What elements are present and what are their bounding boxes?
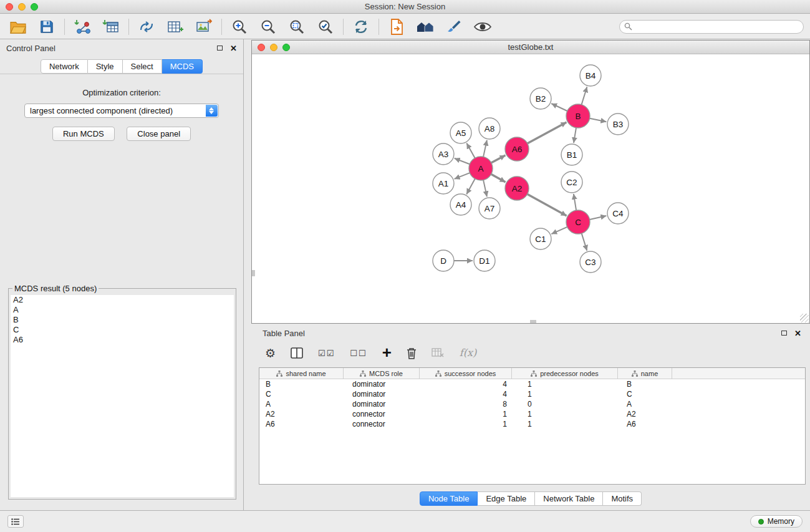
table-row[interactable]: Adominator80A [259, 399, 805, 409]
column-header-successor-nodes[interactable]: successor nodes [420, 368, 512, 379]
node-table[interactable]: shared nameMCDS rolesuccessor nodesprede… [259, 367, 806, 485]
table-cell[interactable]: A2 [618, 410, 672, 418]
edge-C-C2[interactable] [574, 194, 576, 210]
node-A2[interactable]: A2 [505, 177, 529, 200]
memory-button[interactable]: Memory [750, 515, 803, 528]
open-file-icon[interactable] [9, 18, 27, 36]
table-cell[interactable]: C [618, 390, 672, 399]
save-session-icon[interactable] [37, 18, 56, 36]
column-header-mcds-role[interactable]: MCDS role [344, 368, 420, 379]
node-A8[interactable]: A8 [479, 118, 500, 139]
edge-A-A7[interactable] [483, 180, 487, 197]
table-cell[interactable]: A [618, 400, 672, 409]
table-cell[interactable]: B [618, 380, 672, 389]
table-cell[interactable]: dominator [344, 390, 420, 399]
new-table-icon[interactable] [166, 18, 185, 36]
tab-mcds[interactable]: MCDS [162, 59, 203, 74]
show-panels-list-icon[interactable] [7, 515, 24, 528]
table-cell[interactable]: A6 [618, 420, 672, 428]
zoom-in-icon[interactable] [230, 18, 249, 36]
maximize-window-button[interactable] [31, 3, 38, 11]
tab-node-table[interactable]: Node Table [420, 491, 478, 506]
edge-A6-B[interactable] [528, 122, 567, 143]
node-C3[interactable]: C3 [580, 251, 601, 273]
table-cell[interactable]: dominator [344, 400, 420, 409]
edge-A-A1[interactable] [455, 173, 470, 179]
table-row[interactable]: Cdominator41C [259, 389, 805, 399]
column-header-name[interactable]: name [618, 368, 672, 379]
tab-motifs[interactable]: Motifs [603, 491, 642, 506]
node-C2[interactable]: C2 [561, 172, 582, 193]
home-icon[interactable] [416, 18, 435, 36]
column-visibility-icon[interactable] [291, 347, 303, 359]
node-A3[interactable]: A3 [433, 143, 454, 165]
edge-A2-C[interactable] [528, 194, 567, 216]
table-cell[interactable]: 4 [420, 380, 512, 389]
table-row[interactable]: A6connector11A6 [259, 419, 805, 429]
add-column-icon[interactable]: + [382, 344, 392, 360]
clone-network-icon[interactable] [137, 18, 156, 36]
result-item[interactable]: A [11, 305, 234, 315]
result-item[interactable]: B [11, 315, 234, 325]
table-cell[interactable]: dominator [344, 380, 420, 389]
node-C4[interactable]: C4 [607, 203, 629, 224]
table-cell[interactable]: 1 [420, 410, 512, 418]
node-B2[interactable]: B2 [530, 88, 551, 109]
edge-B-B2[interactable] [551, 104, 567, 111]
tab-network[interactable]: Network [41, 59, 88, 74]
table-cell[interactable]: 1 [512, 410, 618, 418]
node-B3[interactable]: B3 [607, 114, 629, 135]
table-row[interactable]: Bdominator41B [259, 379, 805, 389]
result-item[interactable]: A6 [11, 335, 234, 345]
refresh-view-icon[interactable] [352, 18, 370, 36]
node-A1[interactable]: A1 [433, 173, 454, 194]
network-window-titlebar[interactable]: testGlobe.txt [252, 41, 809, 54]
node-D[interactable]: D [433, 250, 454, 271]
column-header-shared-name[interactable]: shared name [259, 368, 344, 379]
table-cell[interactable]: 8 [420, 400, 512, 409]
edge-A-A4[interactable] [466, 179, 475, 195]
edge-C-C4[interactable] [590, 216, 607, 220]
dropdown-stepper-icon[interactable] [206, 105, 218, 117]
node-B1[interactable]: B1 [561, 144, 582, 165]
zoom-fit-icon[interactable] [287, 18, 306, 36]
table-cell[interactable]: A6 [259, 420, 344, 428]
zoom-selected-icon[interactable] [316, 18, 335, 36]
tab-select[interactable]: Select [123, 59, 162, 74]
table-cell[interactable]: B [259, 380, 344, 389]
close-panel-button[interactable]: Close panel [127, 127, 191, 141]
close-window-button[interactable] [6, 3, 13, 11]
node-A[interactable]: A [469, 157, 493, 180]
minimize-window-button[interactable] [18, 3, 26, 11]
close-view-button[interactable] [258, 44, 265, 51]
node-A5[interactable]: A5 [450, 122, 471, 143]
node-A6[interactable]: A6 [505, 137, 529, 161]
table-cell[interactable]: connector [344, 410, 420, 418]
table-cell[interactable]: 1 [512, 390, 618, 399]
network-canvas[interactable]: B4B2BB3A5A8A6B1A3AC2A1A2A4A7C4CC1C3DD1 [252, 54, 809, 323]
edge-A-A3[interactable] [455, 158, 470, 164]
tab-edge-table[interactable]: Edge Table [478, 491, 535, 506]
table-cell[interactable]: connector [344, 420, 420, 428]
close-table-panel-icon[interactable]: ✕ [794, 329, 801, 337]
table-cell[interactable]: A [259, 400, 344, 409]
show-details-eye-icon[interactable] [473, 18, 492, 36]
result-item[interactable]: A2 [11, 295, 234, 305]
style-brush-icon[interactable] [445, 18, 463, 36]
open-document-icon[interactable] [387, 18, 406, 36]
node-C1[interactable]: C1 [530, 228, 551, 249]
node-B[interactable]: B [566, 104, 590, 128]
table-cell[interactable]: 1 [512, 380, 618, 389]
table-row[interactable]: A2connector11A2 [259, 409, 805, 419]
table-cell[interactable]: C [259, 390, 344, 399]
mcds-result-list[interactable]: A2ABCA6 [11, 295, 234, 497]
edge-C-C3[interactable] [582, 233, 587, 251]
table-cell[interactable]: 1 [420, 420, 512, 428]
edge-A-A5[interactable] [466, 143, 475, 158]
table-settings-gear-icon[interactable]: ⚙ [265, 347, 276, 359]
table-cell[interactable]: 1 [512, 420, 618, 428]
tab-network-table[interactable]: Network Table [535, 491, 603, 506]
column-header-predecessor-nodes[interactable]: predecessor nodes [512, 368, 618, 379]
node-D1[interactable]: D1 [474, 250, 495, 271]
float-table-panel-icon[interactable] [781, 331, 787, 336]
